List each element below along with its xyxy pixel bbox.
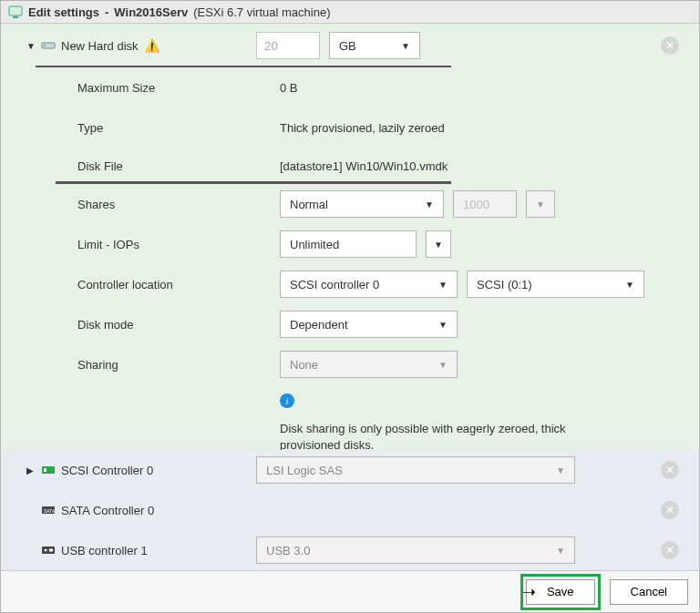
svg-point-9 [45,549,47,552]
scsi-controller-label: SCSI Controller 0 [61,464,153,477]
svg-rect-1 [13,16,18,18]
arrow-indicator-icon: ➝ [522,582,536,602]
type-row: Type Thick provisioned, lazily zeroed [1,107,699,148]
cancel-button[interactable]: Cancel [610,579,688,605]
max-size-label: Maximum Size [77,81,155,95]
usb-controller-label: USB controller 1 [61,544,148,557]
svg-rect-0 [9,6,22,15]
max-size-value: 0 B [280,81,298,95]
type-label: Type [77,121,103,135]
shares-row: Shares Normal ▼ 1000 ▼ [1,184,699,224]
disk-mode-label: Disk mode [77,318,133,332]
footer: ➝ Save Cancel [1,570,699,612]
usb-controller-type-value: USB 3.0 [266,544,310,557]
content-area: ▼ New Hard disk ⚠️ GB ▼ ✕ Maximum Si [1,24,699,570]
remove-usb-button[interactable]: ✕ [661,541,679,559]
disk-mode-row: Disk mode Dependent ▼ [1,304,699,344]
limit-iops-row: Limit - IOPs Unlimited ▼ [1,224,699,264]
sata-controller-row[interactable]: SATA SATA Controller 0 ✕ [1,490,699,530]
disk-size-unit-select[interactable]: GB ▼ [329,32,420,59]
sharing-value: None [290,358,318,372]
scsi-controller-row[interactable]: ▶ SCSI Controller 0 LSI Logic SAS ▼ ✕ [1,450,699,490]
chevron-right-icon[interactable]: ▶ [26,465,36,475]
sharing-label: Sharing [77,358,118,372]
scsi-icon [41,464,56,476]
chevron-down-icon: ▼ [536,199,545,209]
svg-rect-10 [49,549,53,552]
warning-icon: ⚠️ [144,38,160,53]
shares-number-value: 1000 [463,198,489,211]
disk-mode-select[interactable]: Dependent ▼ [280,311,458,338]
limit-iops-value: Unlimited [290,238,339,251]
type-value: Thick provisioned, lazily zeroed [280,121,445,135]
title-vm: Win2016Serv [114,5,188,19]
controller-location-label: Controller location [77,278,173,291]
sata-icon: SATA [41,504,56,516]
sharing-row: Sharing None ▼ [1,344,699,384]
svg-rect-5 [44,468,46,472]
shares-number-caret: ▼ [526,190,555,218]
chevron-down-icon: ▼ [438,360,448,370]
chevron-down-icon: ▼ [425,199,434,209]
usb-controller-row[interactable]: USB controller 1 USB 3.0 ▼ ✕ [1,530,699,570]
chevron-down-icon: ▼ [401,41,410,51]
max-size-row: Maximum Size 0 B [1,67,699,107]
scsi-controller-type-value: LSI Logic SAS [266,464,343,477]
usb-icon [41,544,56,557]
scsi-controller-type-select: LSI Logic SAS ▼ [256,456,575,484]
controller-location-row: Controller location SCSI controller 0 ▼ … [1,264,699,304]
edit-settings-dialog: Edit settings - Win2016Serv (ESXi 6.7 vi… [0,0,700,613]
remove-sata-button[interactable]: ✕ [661,501,679,519]
info-icon: i [280,393,294,408]
disk-file-label: Disk File [77,159,123,173]
remove-scsi-button[interactable]: ✕ [661,461,679,479]
hard-disk-icon [41,39,56,52]
disk-file-row: Disk File [datastore1] Win10/Win10.vmdk [1,148,699,184]
controller-position-select[interactable]: SCSI (0:1) ▼ [467,271,644,298]
limit-iops-label: Limit - IOPs [77,238,139,251]
sharing-info-row: i Disk sharing is only possible with eag… [1,384,699,450]
limit-iops-caret[interactable]: ▼ [426,230,451,258]
shares-number-input: 1000 [453,190,517,218]
save-button[interactable]: Save [526,579,595,605]
disk-file-value: [datastore1] Win10/Win10.vmdk [280,159,448,173]
svg-point-3 [44,45,46,46]
chevron-down-icon: ▼ [556,465,565,475]
shares-value: Normal [290,198,328,211]
usb-controller-type-select: USB 3.0 ▼ [256,536,575,564]
disk-size-unit-value: GB [339,39,356,53]
chevron-down-icon[interactable]: ▼ [26,41,36,51]
controller-value: SCSI controller 0 [290,278,379,291]
new-hard-disk-row[interactable]: ▼ New Hard disk ⚠️ GB ▼ ✕ [1,24,699,67]
title-sep: - [105,5,108,19]
chevron-down-icon: ▼ [556,546,565,556]
sharing-select: None ▼ [280,351,458,378]
chevron-down-icon: ▼ [438,320,448,330]
shares-select[interactable]: Normal ▼ [280,190,444,218]
sharing-info-text: Disk sharing is only possible with eager… [280,421,624,454]
chevron-down-icon: ▼ [438,280,448,290]
title-app: Edit settings [28,5,99,19]
remove-new-disk-button[interactable]: ✕ [661,36,679,55]
svg-text:SATA: SATA [44,508,56,514]
controller-select[interactable]: SCSI controller 0 ▼ [280,271,458,298]
chevron-down-icon: ▼ [434,240,443,250]
chevron-down-icon: ▼ [625,280,634,290]
shares-label: Shares [77,198,115,211]
limit-iops-input[interactable]: Unlimited [280,230,417,258]
vm-icon [8,5,23,19]
disk-mode-value: Dependent [290,318,348,332]
title-paren: (ESXi 6.7 virtual machine) [193,5,330,19]
title-bar: Edit settings - Win2016Serv (ESXi 6.7 vi… [1,1,699,24]
new-disk-label: New Hard disk [61,39,139,53]
disk-size-input[interactable] [256,32,320,59]
sata-controller-label: SATA Controller 0 [61,504,154,517]
controller-position-value: SCSI (0:1) [477,278,532,291]
